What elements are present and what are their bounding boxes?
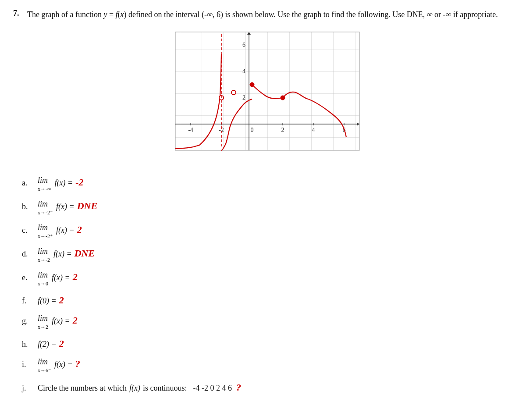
svg-text:-4: -4 xyxy=(188,127,193,133)
value-e: 2 xyxy=(73,269,78,285)
lim-sub-d: x→-2 xyxy=(38,256,50,264)
svg-text:6: 6 xyxy=(242,42,245,48)
expr-a: f(x) = xyxy=(55,177,73,189)
lim-sub-b: x→-2⁻ xyxy=(38,209,53,217)
value-d: DNE xyxy=(75,246,95,261)
answer-row-h: h. f(2) = 2 xyxy=(22,336,513,351)
value-j: ? xyxy=(236,382,241,393)
function-graph: -4 -2 0 2 4 6 6 4 2 xyxy=(158,28,368,164)
answer-row-c: c. lim x→-2⁺ f(x) = 2 xyxy=(22,221,513,241)
label-i: i. xyxy=(22,358,35,371)
lim-block-a: lim x→-∞ xyxy=(38,174,52,193)
label-d: d. xyxy=(22,248,35,260)
lim-sub-g: x→2 xyxy=(38,323,48,331)
graph-container: -4 -2 0 2 4 6 6 4 2 xyxy=(13,28,513,164)
label-e: e. xyxy=(22,271,35,284)
expr-b: f(x) = xyxy=(56,200,75,213)
svg-point-23 xyxy=(231,90,236,95)
expr-e: f(x) = xyxy=(52,271,70,284)
label-a: a. xyxy=(22,177,35,189)
text-j1: Circle the numbers at which xyxy=(38,384,127,393)
lim-block-d: lim x→-2 xyxy=(38,245,51,264)
text-j2: is continuous: xyxy=(143,384,187,393)
label-j: j. xyxy=(22,384,35,393)
y-fx: y = f(x) xyxy=(103,10,126,19)
expr-i: f(x) = xyxy=(54,358,73,371)
expr-c: f(x) = xyxy=(56,224,75,237)
lim-block-b: lim x→-2⁻ xyxy=(38,198,53,217)
value-b: DNE xyxy=(77,198,97,214)
label-g: g. xyxy=(22,315,35,327)
lim-sub-a: x→-∞ xyxy=(38,185,51,193)
lim-sub-c: x→-2⁺ xyxy=(38,232,53,241)
lim-block-e: lim x→0 xyxy=(38,269,49,288)
value-a: -2 xyxy=(75,174,83,190)
answer-row-g: g. lim x→2 f(x) = 2 xyxy=(22,312,513,331)
svg-text:2: 2 xyxy=(242,94,245,101)
svg-text:4: 4 xyxy=(312,127,315,133)
answers-section: a. lim x→-∞ f(x) = -2 b. lim x→-2⁻ f(x) … xyxy=(22,174,513,393)
lim-block-i: lim x→6⁻ xyxy=(38,356,52,375)
text-part3: is shown below. Use the graph to find th… xyxy=(223,10,498,19)
answer-row-e: e. lim x→0 f(x) = 2 xyxy=(22,269,513,288)
lim-sub-e: x→0 xyxy=(38,280,48,288)
answer-row-i: i. lim x→6⁻ f(x) = ? xyxy=(22,356,513,375)
svg-text:2: 2 xyxy=(281,127,284,133)
label-c: c. xyxy=(22,224,35,237)
expr-j: f(x) xyxy=(129,384,140,393)
problem-number: 7. xyxy=(13,9,24,18)
value-f: 2 xyxy=(59,292,64,308)
problem-text: The graph of a function y = f(x) defined… xyxy=(27,9,498,21)
expr-d: f(x) = xyxy=(53,248,72,260)
svg-text:0: 0 xyxy=(251,127,254,133)
label-f: f. xyxy=(22,295,35,307)
answer-row-j: j. Circle the numbers at which f(x) is c… xyxy=(22,382,513,393)
value-i: ? xyxy=(75,356,80,371)
label-h: h. xyxy=(22,338,35,351)
expr-f: f(0) = xyxy=(38,295,57,307)
values-j: -4 -2 0 2 4 6 xyxy=(193,384,232,393)
value-h: 2 xyxy=(59,336,64,351)
lim-block-c: lim x→-2⁺ xyxy=(38,221,53,241)
answer-row-a: a. lim x→-∞ f(x) = -2 xyxy=(22,174,513,193)
problem-header: 7. The graph of a function y = f(x) defi… xyxy=(13,9,513,21)
lim-sub-i: x→6⁻ xyxy=(38,367,51,375)
text-part1: The graph of a function xyxy=(27,10,103,19)
answer-row-d: d. lim x→-2 f(x) = DNE xyxy=(22,245,513,264)
lim-block-g: lim x→2 xyxy=(38,312,49,331)
expr-h: f(2) = xyxy=(38,338,57,351)
svg-rect-0 xyxy=(175,32,359,150)
interval: (-∞, 6) xyxy=(202,10,223,19)
value-c: 2 xyxy=(77,222,82,237)
text-part2: defined on the interval xyxy=(127,10,202,19)
answer-row-b: b. lim x→-2⁻ f(x) = DNE xyxy=(22,198,513,217)
label-b: b. xyxy=(22,200,35,213)
svg-text:4: 4 xyxy=(242,68,245,75)
expr-g: f(x) = xyxy=(52,315,70,327)
value-g: 2 xyxy=(73,313,78,328)
answer-row-f: f. f(0) = 2 xyxy=(22,292,513,308)
